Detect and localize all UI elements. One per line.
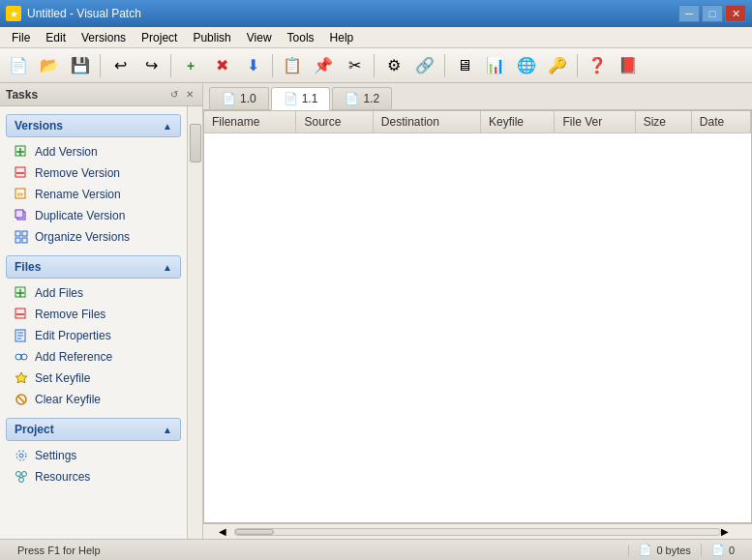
- menu-view[interactable]: View: [239, 29, 280, 46]
- clear-keyfile-icon: [14, 392, 29, 407]
- menu-tools[interactable]: Tools: [280, 29, 322, 46]
- cut-button[interactable]: ✂: [340, 52, 369, 79]
- svg-text:✏: ✏: [17, 191, 24, 199]
- undo-button[interactable]: ↩: [105, 52, 135, 79]
- pdf-button[interactable]: 📕: [614, 52, 643, 79]
- remove-files-item[interactable]: Remove Files: [8, 304, 179, 325]
- add-reference-label: Add Reference: [35, 350, 112, 364]
- col-destination[interactable]: Destination: [373, 111, 480, 133]
- svg-marker-25: [15, 372, 27, 383]
- status-size: 📄 0 bytes: [629, 544, 701, 556]
- resources-item[interactable]: Resources: [8, 466, 179, 487]
- set-keyfile-item[interactable]: Set Keyfile: [8, 368, 179, 389]
- h-scroll-right-btn[interactable]: ▶: [721, 526, 737, 537]
- save-button[interactable]: 💾: [66, 52, 95, 79]
- scroll-thumb[interactable]: [190, 124, 201, 162]
- rename-version-item[interactable]: ✏ Rename Version: [8, 184, 179, 205]
- remove-version-label: Remove Version: [35, 166, 120, 180]
- add-button[interactable]: +: [176, 52, 205, 79]
- redo-button[interactable]: ↪: [136, 52, 165, 79]
- separator-3: [272, 54, 273, 77]
- versions-section-title: Versions: [15, 119, 63, 133]
- menu-edit[interactable]: Edit: [38, 29, 74, 46]
- col-source[interactable]: Source: [296, 111, 373, 133]
- project-section-header[interactable]: Project ▲: [6, 418, 181, 441]
- versions-items: Add Version Remove Version ✏: [6, 141, 181, 248]
- add-files-icon: [14, 285, 29, 301]
- tasks-header: Tasks ↺ ✕: [0, 83, 202, 106]
- svg-point-22: [15, 354, 21, 360]
- tool1-button[interactable]: ⚙: [379, 52, 408, 79]
- tasks-scroll-area: Versions ▲ Add Version: [0, 106, 202, 539]
- monitor-button[interactable]: 🖥: [450, 52, 479, 79]
- col-file-ver[interactable]: File Ver: [555, 111, 635, 133]
- status-count-text: 0: [729, 545, 735, 556]
- menu-file[interactable]: File: [4, 29, 38, 46]
- project-collapse-icon: ▲: [163, 425, 172, 435]
- add-version-item[interactable]: Add Version: [8, 141, 179, 162]
- edit-properties-item[interactable]: Edit Properties: [8, 325, 179, 346]
- remove-button[interactable]: ✖: [207, 52, 236, 79]
- window-title: Untitled - Visual Patch: [27, 7, 141, 20]
- add-reference-item[interactable]: Add Reference: [8, 346, 179, 368]
- h-scroll-track[interactable]: [234, 528, 721, 536]
- maximize-button[interactable]: □: [702, 5, 723, 22]
- menu-publish[interactable]: Publish: [185, 29, 238, 46]
- svg-rect-12: [22, 238, 27, 243]
- menu-versions[interactable]: Versions: [74, 29, 134, 46]
- clear-keyfile-item[interactable]: Clear Keyfile: [8, 389, 179, 410]
- h-scroll-thumb[interactable]: [235, 529, 274, 535]
- chart-button[interactable]: 📊: [481, 52, 510, 79]
- tasks-refresh-icon[interactable]: ↺: [167, 88, 181, 102]
- settings-item[interactable]: Settings: [8, 445, 179, 466]
- tasks-title: Tasks: [6, 88, 38, 102]
- content-area: 📄 1.0 📄 1.1 📄 1.2 Filename Source Destin…: [203, 83, 752, 539]
- svg-point-28: [19, 454, 23, 457]
- horizontal-scrollbar[interactable]: ◀ ▶: [203, 523, 752, 539]
- paste-button[interactable]: 📌: [309, 52, 338, 79]
- svg-rect-9: [15, 231, 20, 236]
- remove-version-item[interactable]: Remove Version: [8, 162, 179, 184]
- col-keyfile[interactable]: Keyfile: [480, 111, 554, 133]
- add-version-icon: [14, 144, 29, 160]
- tab-1-2[interactable]: 📄 1.2: [332, 87, 392, 109]
- tool2-button[interactable]: 🔗: [410, 52, 439, 79]
- resources-label: Resources: [35, 470, 90, 484]
- tab-1-2-label: 1.2: [363, 92, 379, 105]
- project-items: Settings Resources: [6, 445, 181, 487]
- menu-project[interactable]: Project: [134, 29, 185, 46]
- organize-versions-item[interactable]: Organize Versions: [8, 226, 179, 248]
- copy-button[interactable]: 📋: [278, 52, 307, 79]
- tab-1-0[interactable]: 📄 1.0: [209, 87, 269, 109]
- down-button[interactable]: ⬇: [238, 52, 267, 79]
- new-button[interactable]: 📄: [4, 52, 33, 79]
- files-section-header[interactable]: Files ▲: [6, 255, 181, 279]
- status-bar: Press F1 for Help 📄 0 bytes 📄 0: [0, 539, 752, 560]
- svg-point-29: [16, 451, 26, 460]
- tasks-vertical-scrollbar[interactable]: [187, 106, 202, 539]
- duplicate-version-icon: [14, 208, 29, 223]
- tasks-close-icon[interactable]: ✕: [183, 88, 196, 102]
- clear-keyfile-label: Clear Keyfile: [35, 393, 101, 406]
- minimize-button[interactable]: ─: [678, 5, 700, 22]
- col-filename[interactable]: Filename: [204, 111, 296, 133]
- add-files-item[interactable]: Add Files: [8, 282, 179, 304]
- tab-1-1[interactable]: 📄 1.1: [271, 87, 331, 110]
- add-reference-icon: [14, 349, 29, 365]
- status-size-text: 0 bytes: [656, 545, 690, 556]
- duplicate-version-item[interactable]: Duplicate Version: [8, 205, 179, 226]
- edit-properties-icon: [14, 328, 29, 343]
- file-table: Filename Source Destination Keyfile File…: [204, 111, 751, 133]
- key-button[interactable]: 🔑: [543, 52, 572, 79]
- set-keyfile-icon: [14, 370, 29, 386]
- menu-help[interactable]: Help: [322, 29, 362, 46]
- h-scroll-left-btn[interactable]: ◀: [219, 526, 234, 537]
- versions-section-header[interactable]: Versions ▲: [6, 114, 181, 137]
- help-button[interactable]: ❓: [583, 52, 612, 79]
- col-date[interactable]: Date: [691, 111, 750, 133]
- col-size[interactable]: Size: [635, 111, 691, 133]
- open-button[interactable]: 📂: [35, 52, 64, 79]
- close-button[interactable]: ✕: [725, 5, 746, 22]
- file-table-container: Filename Source Destination Keyfile File…: [203, 110, 752, 523]
- globe-button[interactable]: 🌐: [512, 52, 541, 79]
